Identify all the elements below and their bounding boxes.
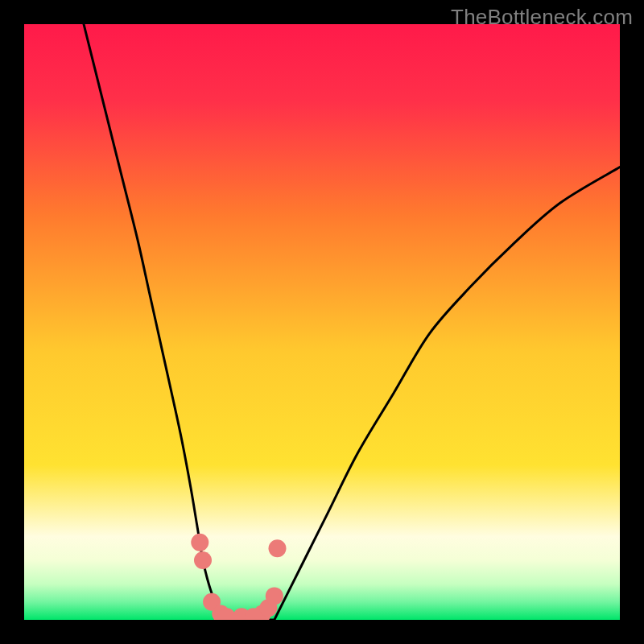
data-marker [269, 539, 287, 557]
chart-frame: TheBottleneck.com [0, 0, 644, 644]
data-marker [266, 587, 283, 605]
chart-background-gradient [24, 24, 620, 620]
data-marker [191, 534, 208, 551]
chart-svg [24, 24, 620, 620]
plot-area [24, 24, 620, 620]
watermark-text: TheBottleneck.com [451, 5, 633, 30]
data-marker [194, 551, 212, 569]
